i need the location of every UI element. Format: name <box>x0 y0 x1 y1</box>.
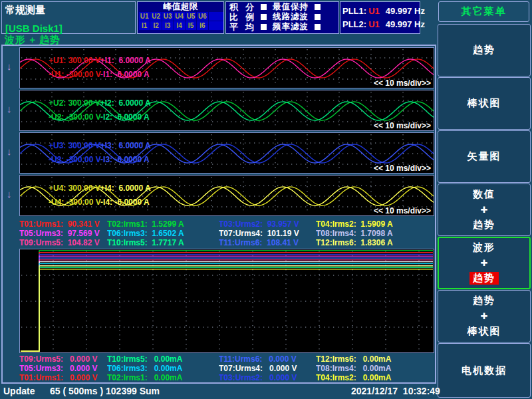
current-min-label: -I3: -6.0000 A <box>100 155 150 164</box>
trend-value: T08:Irms4: 1.7098 A <box>316 229 434 238</box>
trend-start-value: T08:Irms4: 0.00mA <box>316 364 434 373</box>
peak-i-cell: I3 <box>162 21 173 30</box>
menu-item-label: 趋势 <box>473 219 495 231</box>
voltage-min-label: -U4: -300.00 V <box>49 198 100 207</box>
trend-plot-svg <box>20 249 434 352</box>
menu-item-label: 棒状图 <box>467 97 501 110</box>
timebase-label: << 10 ms/div>> <box>374 164 431 173</box>
trend-value-labels-top: T01:Urms1: 90.341 VT02:Irms1: 1.5299 AT0… <box>19 219 434 247</box>
menu-item-waveform-trend-selected[interactable]: 波形 ✚ 趋势 <box>438 237 531 289</box>
filter-toggle-row: 平 均 频率滤波 <box>226 22 338 32</box>
trigger-arrow-icon: ↓ <box>7 146 12 157</box>
menu-item-trend[interactable]: 趋势 <box>438 24 531 76</box>
trigger-arrow-icon: ↓ <box>7 188 12 200</box>
filter-checkbox[interactable] <box>315 24 321 30</box>
trend-value: T10:Irms5: 1.7717 A <box>107 238 219 247</box>
trend-start-value: T11:Urms6: 0.000 V <box>219 354 316 364</box>
menu-item-label: 棒状图 <box>467 325 501 338</box>
peak-i-cell: I6 <box>197 21 207 30</box>
timebase-label: << 10 ms/div>> <box>374 79 431 88</box>
waveform-panel: ↓ +U3: 300.00 V+I3: 6.0000 A -U3: -300.0… <box>19 132 434 174</box>
trend-value: T06:Irms3: 1.6502 A <box>107 229 219 238</box>
waveform-scale-bottom: -U2: -300.00 V-I2: -6.0000 A <box>22 104 150 130</box>
waveform-scale-bottom: -U1: -300.00 V-I1: -6.0000 A <box>22 62 150 88</box>
menu-item-label: 波形 <box>473 241 495 254</box>
toggle-char-2: 均 <box>245 21 256 33</box>
plus-icon: ✚ <box>481 205 488 215</box>
trigger-arrow-icon: ↓ <box>7 103 12 114</box>
waveform-panel: ↓ +U2: 300.00 V+I2: 6.0000 A -U2: -300.0… <box>19 90 434 131</box>
pll-label: PLL2: <box>342 19 366 29</box>
trend-start-value: T02:Irms1: 0.00mA <box>107 373 219 382</box>
pll-frequency: 49.997 Hz <box>386 6 425 16</box>
timebase-label: << 10 ms/div>> <box>374 122 431 130</box>
peak-i-cell: I5 <box>186 21 196 30</box>
usb-disk-label: [USB Disk1] <box>5 23 63 34</box>
timebase-label: << 10 ms/div>> <box>374 207 431 215</box>
trend-value: T12:Irms6: 1.8306 A <box>316 238 434 247</box>
peak-i-cell: I2 <box>150 21 161 30</box>
power-analyzer-screen: 常规测量 [USB Disk1] 峰值超限 U1U2U3U4U5U6 I1I2I… <box>0 0 532 399</box>
trend-value: T09:Urms5: 104.82 V <box>19 238 107 247</box>
plus-icon: ✚ <box>481 311 488 321</box>
peak-i-cell <box>209 21 223 30</box>
filter-label: 频率滤波 <box>273 21 310 33</box>
menu-item-bar-graph[interactable]: 棒状图 <box>438 77 531 130</box>
toggle-checkbox[interactable] <box>261 4 267 10</box>
filter-checkbox[interactable] <box>315 14 321 20</box>
trend-start-value: T12:Irms6: 0.00mA <box>316 354 434 364</box>
toggle-checkbox[interactable] <box>261 14 267 20</box>
pll-box: PLL1: U1 49.997 Hz PLL2: U1 49.997 Hz <box>340 1 420 34</box>
menu-item-motor-data[interactable]: 电机数据 <box>438 343 531 398</box>
trend-value: T03:Urms2: 93.957 V <box>219 219 316 229</box>
peak-u-cell: U6 <box>197 12 207 21</box>
trend-start-value: T01:Urms1: 0.000 V <box>19 373 107 382</box>
filter-checkbox[interactable] <box>315 4 321 10</box>
trend-start-value: T03:Urms2: 0.000 V <box>219 373 316 382</box>
peak-u-cell: U1 <box>139 12 150 21</box>
trend-value-labels-bottom: T09:Urms5: 0.000 VT10:Irms5: 0.00mAT11:U… <box>19 354 434 382</box>
peak-u-cell: U4 <box>174 12 184 21</box>
trend-start-value: T05:Urms3: 0.000 V <box>19 364 107 373</box>
filter-toggle-row: 积 分 最值保持 <box>226 2 338 12</box>
waveform-scope: +U1: 300.00 V+I1: 6.0000 A -U1: -300.00 … <box>19 47 434 88</box>
current-min-label: -I4: -6.0000 A <box>100 198 150 207</box>
toggle-char-1: 平 <box>229 21 240 33</box>
peak-u-row: U1U2U3U4U5U6 <box>139 12 223 21</box>
trend-value: T05:Urms3: 97.569 V <box>19 229 107 238</box>
menu-item-trend-bar-graph[interactable]: 趋势 ✚ 棒状图 <box>438 290 531 342</box>
plus-icon: ✚ <box>481 258 488 268</box>
pll-row: PLL1: U1 49.997 Hz <box>340 4 420 17</box>
voltage-min-label: -U1: -300.00 V <box>49 70 100 79</box>
peak-u-cell: U3 <box>162 12 173 21</box>
peak-overlimit-box: 峰值超限 U1U2U3U4U5U6 I1I2I3I4I5I6 <box>137 1 224 34</box>
toggle-checkbox[interactable] <box>261 24 267 30</box>
waveform-scope: +U2: 300.00 V+I2: 6.0000 A -U2: -300.00 … <box>19 90 434 131</box>
update-counter: 65 ( 500ms ) 102399 Sum <box>50 386 160 396</box>
measure-mode-box: 常规测量 [USB Disk1] <box>1 1 136 34</box>
trend-value: T04:Irms2: 1.5909 A <box>316 219 434 229</box>
menu-item-numeric-trend[interactable]: 数值 ✚ 趋势 <box>438 184 531 236</box>
trend-value: T01:Urms1: 90.341 V <box>19 219 107 229</box>
update-label: Update <box>3 386 35 396</box>
peak-u-cell: U2 <box>150 12 161 21</box>
pll-frequency: 49.997 Hz <box>386 19 425 29</box>
menu-item-label: 矢量图 <box>467 150 501 163</box>
mode-title: 常规测量 <box>5 4 45 17</box>
trend-start-value: T04:Irms2: 0.00mA <box>316 373 434 382</box>
waveform-panel: ↓ +U4: 300.00 V+I4: 6.0000 A -U4: -300.0… <box>19 175 434 216</box>
trend-value: T02:Irms1: 1.5299 A <box>107 219 219 229</box>
menu-item-label-highlighted: 趋势 <box>469 272 499 285</box>
peak-i-cell: I4 <box>174 21 184 30</box>
peak-i-row: I1I2I3I4I5I6 <box>139 21 223 30</box>
peak-u-cell <box>209 12 223 21</box>
trend-plot <box>19 249 434 353</box>
menu-item-vector-diagram[interactable]: 矢量图 <box>438 130 531 183</box>
pll-source: U1 <box>368 6 380 16</box>
trend-start-value: T10:Irms5: 0.00mA <box>107 354 219 364</box>
waveform-panel: ↓ +U1: 300.00 V+I1: 6.0000 A -U1: -300.0… <box>19 47 434 88</box>
menu-item-label: 电机数据 <box>462 364 507 377</box>
peak-i-cell: I1 <box>139 21 150 30</box>
trend-value: T07:Urms4: 101.19 V <box>219 229 316 238</box>
voltage-min-label: -U2: -300.00 V <box>49 112 100 122</box>
